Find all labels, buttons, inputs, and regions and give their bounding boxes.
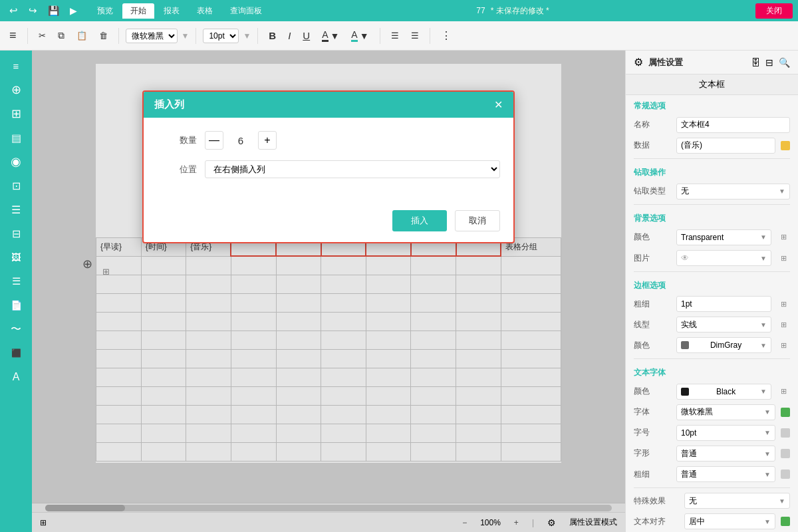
delete-button[interactable]: 🗑 (95, 29, 112, 43)
tab-table[interactable]: 表格 (189, 3, 221, 19)
font-style-dot (781, 449, 790, 458)
align-right-button[interactable]: ☰ (407, 29, 423, 43)
border-width-expand[interactable]: ⊞ (777, 297, 790, 311)
font-style-value[interactable]: 普通 ▼ (676, 446, 775, 462)
bold-button[interactable]: B (265, 28, 280, 43)
font-color-swatch (681, 388, 689, 396)
toolbar-sep-3 (196, 28, 196, 44)
modal-overlay: 插入列 ✕ 数量 — 6 + 位置 在右 (32, 51, 625, 532)
toolbar-sep-5 (380, 28, 380, 44)
border-color-value[interactable]: DimGray ▼ (676, 337, 771, 353)
underline-button[interactable]: U (299, 28, 314, 43)
insert-button[interactable]: 插入 (392, 210, 447, 231)
border-style-expand[interactable]: ⊞ (777, 318, 790, 331)
sidebar-icon-text[interactable]: A (4, 367, 28, 387)
sidebar-icon-widget[interactable]: ⊡ (4, 176, 28, 196)
border-style-value[interactable]: 实线 ▼ (676, 317, 771, 332)
bg-color-value[interactable]: Transparent ▼ (676, 229, 771, 245)
toolbar-sep-6 (430, 28, 430, 44)
cancel-button[interactable]: 取消 (455, 210, 500, 231)
sidebar-icon-menu[interactable]: ≡ (4, 56, 28, 76)
font-size-select[interactable]: 10pt (203, 29, 239, 43)
section-background: 背景选项 (626, 207, 798, 227)
toolbar: ≡ ✂ ⧉ 📋 🗑 微软雅黑 ▼ 10pt ▼ B I U A ▼ A ▼ ☰ … (0, 21, 798, 51)
sidebar-icon-grid[interactable]: ⊞ (4, 104, 28, 124)
font-color-expand[interactable]: ⊞ (777, 385, 790, 398)
divider-2 (634, 204, 790, 205)
panel-row-border-style: 线型 实线 ▼ ⊞ (626, 315, 798, 335)
special-effect-value[interactable]: 无 ▼ (684, 493, 790, 509)
sidebar-icon-lines[interactable]: ☰ (4, 271, 28, 291)
right-panel: ⚙ 属性设置 🗄 ⊟ 🔍 文本框 常规选项 名称 文本框4 数据 (音乐) (625, 51, 798, 532)
italic-button[interactable]: I (284, 28, 295, 43)
section-font: 文本字体 (626, 362, 798, 381)
section-drilldown: 钻取操作 (626, 162, 798, 181)
font-size-value[interactable]: 10pt ▼ (676, 425, 775, 441)
sidebar-icon-barcode[interactable]: ⬛ (4, 343, 28, 363)
bg-image-value[interactable]: 👁 ▼ (676, 250, 771, 266)
panel-db-icon[interactable]: 🗄 (751, 57, 760, 68)
border-width-value[interactable]: 1pt (676, 296, 771, 312)
font-weight-value[interactable]: 普通 ▼ (676, 466, 775, 482)
border-color-expand[interactable]: ⊞ (777, 338, 790, 352)
font-name-select[interactable]: 微软雅黑 (126, 29, 178, 43)
position-select[interactable]: 在右侧插入列 在左侧插入列 (205, 160, 500, 178)
font-color-value[interactable]: Black ▼ (676, 384, 771, 400)
text-align-value[interactable]: 居中 ▼ (684, 513, 775, 529)
sidebar-icon-table[interactable]: ▤ (4, 128, 28, 148)
divider-1 (634, 158, 790, 159)
paste-button[interactable]: 📋 (72, 29, 91, 43)
tab-query[interactable]: 查询面板 (222, 3, 270, 19)
sidebar-icon-chart[interactable]: ◉ (4, 152, 28, 172)
top-bar: ↩ ↪ 💾 ▶ 预览 开始 报表 表格 查询面板 77 * 未保存的修改 * 关… (0, 0, 798, 21)
copy-button[interactable]: ⧉ (54, 28, 68, 43)
sidebar-icon-list[interactable]: ☰ (4, 200, 28, 219)
cut-button[interactable]: ✂ (35, 29, 50, 43)
bg-color-expand[interactable]: ⊞ (777, 231, 790, 244)
redo-button[interactable]: ↪ (25, 3, 41, 19)
section-common: 常规选项 (626, 95, 798, 114)
bg-image-expand[interactable]: ⊞ (777, 251, 790, 265)
panel-row-bg-image: 图片 👁 ▼ ⊞ (626, 248, 798, 269)
close-button[interactable]: 关闭 (755, 3, 793, 19)
panel-row-font-style: 字形 普通 ▼ (626, 443, 798, 464)
panel-row-font-weight: 粗细 普通 ▼ (626, 464, 798, 485)
panel-layout-icon[interactable]: ⊟ (765, 57, 773, 68)
increment-button[interactable]: + (258, 131, 277, 150)
modal-close-button[interactable]: ✕ (494, 98, 503, 111)
sidebar-icon-image[interactable]: 🖼 (4, 247, 28, 267)
align-left-button[interactable]: ☰ (387, 29, 403, 43)
insert-column-modal: 插入列 ✕ 数量 — 6 + 位置 在右 (142, 90, 515, 243)
tab-start[interactable]: 开始 (122, 3, 154, 19)
undo-button[interactable]: ↩ (5, 3, 22, 19)
modal-counter: — 6 + (205, 131, 500, 150)
sidebar-icon-tree[interactable]: ⊕ (4, 80, 28, 100)
sidebar-icon-table2[interactable]: ⊟ (4, 223, 28, 243)
more-button[interactable]: ⋮ (437, 27, 456, 44)
modal-title: 插入列 (154, 98, 184, 111)
highlight-button[interactable]: A ▼ (347, 27, 372, 44)
sidebar-icon-wave[interactable]: 〜 (4, 319, 28, 339)
play-button[interactable]: ▶ (66, 3, 81, 18)
font-color-button[interactable]: A ▼ (318, 27, 343, 44)
save-button[interactable]: 💾 (44, 3, 63, 18)
page-number: 77 (476, 6, 485, 15)
font-size-dot (781, 428, 790, 438)
tab-preview[interactable]: 预览 (89, 3, 121, 19)
panel-row-font-color: 颜色 Black ▼ ⊞ (626, 381, 798, 402)
left-sidebar: ≡ ⊕ ⊞ ▤ ◉ ⊡ ☰ ⊟ 🖼 ☰ 📄 〜 ⬛ A (0, 51, 32, 532)
tab-report[interactable]: 报表 (156, 3, 188, 19)
menu-button[interactable]: ≡ (5, 27, 21, 45)
panel-row-border-color: 颜色 DimGray ▼ ⊞ (626, 335, 798, 356)
sidebar-icon-document[interactable]: 📄 (4, 295, 28, 315)
name-value[interactable]: 文本框4 (676, 117, 790, 133)
font-family-value[interactable]: 微软雅黑 ▼ (676, 404, 775, 420)
component-type-label: 文本框 (626, 74, 798, 95)
data-value[interactable]: (音乐) (676, 138, 775, 154)
panel-search-icon[interactable]: 🔍 (779, 57, 790, 68)
modal-quantity-row: 数量 — 6 + (157, 131, 500, 150)
font-family-dot (781, 408, 790, 417)
drill-value[interactable]: 无 ▼ (676, 184, 790, 200)
counter-value: 6 (234, 135, 247, 146)
decrement-button[interactable]: — (205, 131, 223, 150)
